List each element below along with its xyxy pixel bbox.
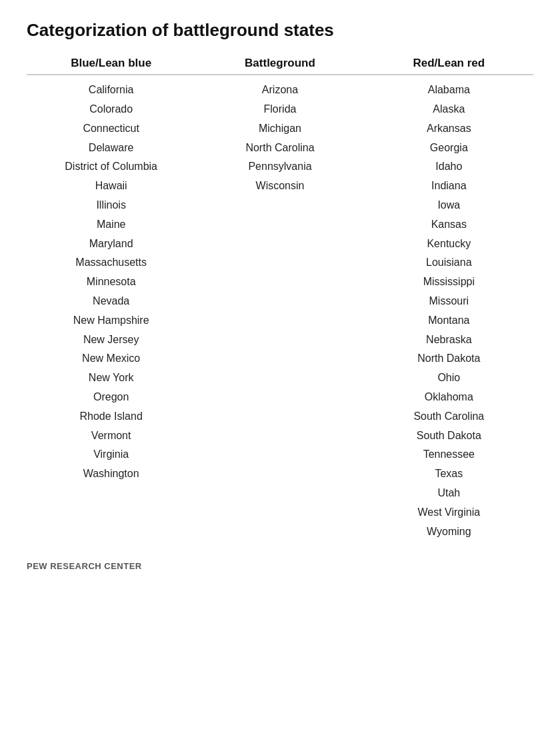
column-header: Battleground xyxy=(195,57,364,70)
table-cell: West Virginia xyxy=(365,503,533,522)
table-cell: Colorado xyxy=(27,100,195,119)
table-cell: Maryland xyxy=(27,235,195,254)
table-cell xyxy=(195,331,364,350)
table-row: MassachusettsLouisiana xyxy=(27,253,533,273)
table-cell xyxy=(195,407,364,426)
table-cell: Wisconsin xyxy=(195,177,364,196)
table-row: ColoradoFloridaAlaska xyxy=(27,100,533,119)
table-row: Rhode IslandSouth Carolina xyxy=(27,407,533,426)
table-cell: Utah xyxy=(365,484,533,503)
table-row: CaliforniaArizonaAlabama xyxy=(27,81,533,100)
table-row: DelawareNorth CarolinaGeorgia xyxy=(27,139,533,158)
table-cell: Florida xyxy=(195,100,364,119)
table-cell: South Carolina xyxy=(365,407,533,426)
table-cell: Kansas xyxy=(365,215,533,235)
table-cell: Oregon xyxy=(27,388,195,407)
table-cell: Nevada xyxy=(27,292,195,311)
table-row: New MexicoNorth Dakota xyxy=(27,349,533,369)
table-cell xyxy=(195,388,364,407)
table-cell xyxy=(195,273,364,292)
table-cell xyxy=(195,349,364,369)
table-cell: New Mexico xyxy=(27,349,195,369)
table-cell: Wyoming xyxy=(365,522,533,542)
table-cell xyxy=(195,464,364,484)
table-row: ConnecticutMichiganArkansas xyxy=(27,119,533,139)
table-cell: Rhode Island xyxy=(27,407,195,426)
table-row: Utah xyxy=(27,484,533,503)
table-cell: Ohio xyxy=(365,369,533,388)
column-header: Blue/Lean blue xyxy=(27,57,195,70)
table-header: Blue/Lean blueBattlegroundRed/Lean red xyxy=(27,57,533,75)
table-cell: Mississippi xyxy=(365,273,533,292)
table-row: MarylandKentucky xyxy=(27,235,533,254)
table-cell: Tennessee xyxy=(365,445,533,464)
table-cell xyxy=(195,235,364,254)
table-cell: Louisiana xyxy=(365,253,533,273)
table-cell xyxy=(195,292,364,311)
table-cell xyxy=(195,522,364,542)
table-cell: North Dakota xyxy=(365,349,533,369)
table-cell: Idaho xyxy=(365,157,533,177)
table-cell: Alaska xyxy=(365,100,533,119)
table-row: New HampshireMontana xyxy=(27,311,533,331)
table-row: HawaiiWisconsinIndiana xyxy=(27,177,533,196)
table-cell: Delaware xyxy=(27,139,195,158)
table-cell: New Jersey xyxy=(27,331,195,350)
table-row: WashingtonTexas xyxy=(27,464,533,484)
table-cell: Michigan xyxy=(195,119,364,139)
column-header: Red/Lean red xyxy=(365,57,533,70)
table-cell: Iowa xyxy=(365,196,533,215)
table-cell: District of Columbia xyxy=(27,157,195,177)
table-cell: Georgia xyxy=(365,139,533,158)
table-cell: Virginia xyxy=(27,445,195,464)
table-row: New JerseyNebraska xyxy=(27,331,533,350)
table-cell: Alabama xyxy=(365,81,533,100)
table-cell: Massachusetts xyxy=(27,253,195,273)
table-cell: California xyxy=(27,81,195,100)
table-cell: Washington xyxy=(27,464,195,484)
table-cell: Nebraska xyxy=(365,331,533,350)
table-row: MinnesotaMississippi xyxy=(27,273,533,292)
table-cell xyxy=(195,369,364,388)
table-cell: North Carolina xyxy=(195,139,364,158)
table-row: Wyoming xyxy=(27,522,533,542)
table-cell: Minnesota xyxy=(27,273,195,292)
table-cell: Arizona xyxy=(195,81,364,100)
page-title: Categorization of battleground states xyxy=(27,20,533,41)
table-row: New YorkOhio xyxy=(27,369,533,388)
table-body: CaliforniaArizonaAlabamaColoradoFloridaA… xyxy=(27,81,533,541)
table-row: IllinoisIowa xyxy=(27,196,533,215)
table-cell xyxy=(195,196,364,215)
table-cell: Hawaii xyxy=(27,177,195,196)
table-cell: Arkansas xyxy=(365,119,533,139)
table-row: OregonOklahoma xyxy=(27,388,533,407)
table-cell xyxy=(195,503,364,522)
table-cell xyxy=(195,445,364,464)
table-cell: Illinois xyxy=(27,196,195,215)
table-cell: Pennsylvania xyxy=(195,157,364,177)
table-cell: Missouri xyxy=(365,292,533,311)
table-cell: Maine xyxy=(27,215,195,235)
table-cell xyxy=(27,503,195,522)
table-cell xyxy=(27,522,195,542)
footer-label: PEW RESEARCH CENTER xyxy=(27,561,533,571)
table-cell: Vermont xyxy=(27,426,195,446)
table-row: West Virginia xyxy=(27,503,533,522)
table-cell: Connecticut xyxy=(27,119,195,139)
data-table: Blue/Lean blueBattlegroundRed/Lean red C… xyxy=(27,57,533,541)
table-cell: New York xyxy=(27,369,195,388)
table-cell: Indiana xyxy=(365,177,533,196)
table-row: NevadaMissouri xyxy=(27,292,533,311)
table-cell xyxy=(27,484,195,503)
table-cell: South Dakota xyxy=(365,426,533,446)
table-cell xyxy=(195,311,364,331)
table-row: VermontSouth Dakota xyxy=(27,426,533,446)
table-cell: Texas xyxy=(365,464,533,484)
table-cell xyxy=(195,484,364,503)
table-cell: Montana xyxy=(365,311,533,331)
table-cell xyxy=(195,215,364,235)
table-row: VirginiaTennessee xyxy=(27,445,533,464)
table-cell: Kentucky xyxy=(365,235,533,254)
table-cell: New Hampshire xyxy=(27,311,195,331)
table-cell xyxy=(195,253,364,273)
